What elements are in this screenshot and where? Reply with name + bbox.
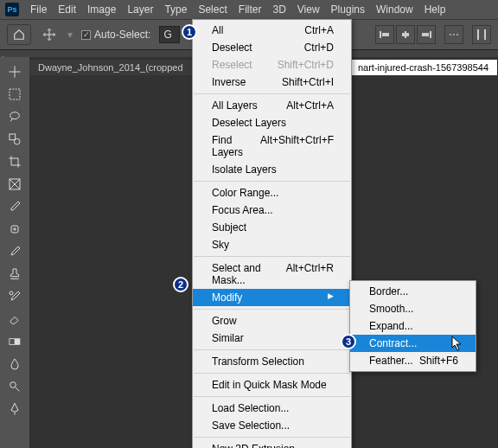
menu-item-load-selection[interactable]: Load Selection... — [193, 400, 351, 417]
app-logo: Ps — [5, 3, 19, 16]
menu-item-deselect-layers[interactable]: Deselect Layers — [193, 114, 351, 131]
distribute-button[interactable] — [472, 25, 491, 44]
annotation-badge-2: 2 — [173, 277, 188, 292]
svg-rect-7 — [484, 29, 486, 40]
stamp-tool[interactable] — [2, 263, 28, 285]
menu-item-subject[interactable]: Subject — [193, 219, 351, 236]
pen-tool[interactable] — [2, 398, 28, 420]
svg-rect-5 — [422, 33, 429, 36]
menu-item-deselect[interactable]: DeselectCtrl+D — [193, 39, 351, 56]
menu-item-expand[interactable]: Expand... — [350, 317, 476, 335]
submenu-arrow-icon: ▶ — [328, 291, 334, 304]
menu-item-feather[interactable]: Feather...Shift+F6 — [350, 352, 476, 369]
move-tool-icon[interactable] — [40, 25, 59, 44]
auto-select-target[interactable]: G — [159, 26, 180, 43]
menu-view[interactable]: View — [297, 3, 320, 16]
menu-window[interactable]: Window — [376, 3, 413, 16]
svg-rect-3 — [402, 33, 409, 36]
dodge-tool[interactable] — [2, 375, 28, 398]
auto-select-checkbox[interactable]: ✓ Auto-Select: — [81, 29, 150, 41]
menubar: Ps File Edit Image Layer Type Select Fil… — [0, 0, 498, 19]
brush-tool[interactable] — [2, 240, 28, 263]
menu-item-modify[interactable]: Modify▶ — [193, 289, 351, 306]
menu-image[interactable]: Image — [87, 3, 116, 16]
svg-rect-0 — [380, 31, 381, 38]
menu-edit[interactable]: Edit — [58, 3, 76, 16]
menu-select[interactable]: Select — [198, 3, 227, 16]
menu-item-similar[interactable]: Similar — [193, 330, 351, 347]
menu-item-select-mask[interactable]: Select and Mask...Alt+Ctrl+R — [193, 259, 351, 289]
cursor-icon — [451, 336, 463, 351]
home-button[interactable] — [7, 24, 31, 45]
align-right-button[interactable] — [417, 25, 436, 44]
annotation-badge-3: 3 — [341, 334, 356, 349]
menu-item-grow[interactable]: Grow — [193, 312, 351, 330]
gradient-tool[interactable] — [2, 330, 28, 353]
svg-point-14 — [10, 291, 13, 295]
healing-tool[interactable] — [2, 218, 28, 240]
menu-item-border[interactable]: Border... — [350, 283, 476, 300]
menu-item-inverse[interactable]: InverseShift+Ctrl+I — [193, 74, 351, 91]
eyedropper-tool[interactable] — [2, 195, 28, 218]
annotation-badge-1: 1 — [182, 24, 197, 40]
move-tool[interactable] — [2, 61, 28, 83]
crop-tool[interactable] — [2, 150, 28, 173]
modify-submenu: Border... Smooth... Expand... Contract..… — [349, 280, 476, 372]
menu-help[interactable]: Help — [425, 3, 446, 16]
menu-filter[interactable]: Filter — [239, 3, 262, 16]
menu-layer[interactable]: Layer — [127, 3, 153, 16]
menu-item-all[interactable]: AllCtrl+A — [193, 22, 351, 39]
align-left-button[interactable] — [375, 25, 394, 44]
svg-point-11 — [14, 138, 20, 144]
menu-3d[interactable]: 3D — [272, 3, 285, 16]
lasso-tool[interactable] — [2, 106, 28, 128]
menu-plugins[interactable]: Plugins — [331, 3, 365, 16]
marquee-tool[interactable] — [2, 83, 28, 106]
svg-rect-6 — [477, 29, 479, 40]
quick-select-tool[interactable] — [2, 128, 28, 150]
menu-item-isolate-layers[interactable]: Isolate Layers — [193, 161, 351, 178]
menu-item-find-layers[interactable]: Find LayersAlt+Shift+Ctrl+F — [193, 131, 351, 161]
svg-point-9 — [10, 112, 20, 119]
menu-item-smooth[interactable]: Smooth... — [350, 300, 476, 317]
menu-item-new-3d-extrusion[interactable]: New 3D Extrusion — [193, 440, 351, 448]
menu-file[interactable]: File — [30, 3, 47, 16]
menu-item-all-layers[interactable]: All LayersAlt+Ctrl+A — [193, 97, 351, 114]
menu-type[interactable]: Type — [164, 3, 187, 16]
menu-item-save-selection[interactable]: Save Selection... — [193, 417, 351, 434]
auto-select-label: Auto-Select: — [94, 29, 150, 41]
menu-item-transform-selection[interactable]: Transform Selection — [193, 353, 351, 370]
svg-rect-4 — [430, 31, 431, 38]
history-brush-tool[interactable] — [2, 285, 28, 308]
svg-rect-8 — [10, 89, 20, 99]
svg-point-17 — [10, 382, 16, 388]
menu-item-reselect: ReselectShift+Ctrl+D — [193, 56, 351, 74]
document-tab[interactable]: nart-injured-crash-1567398544 — [349, 60, 498, 75]
svg-rect-16 — [10, 339, 15, 345]
tool-palette — [0, 57, 29, 448]
menu-item-quick-mask[interactable]: Edit in Quick Mask Mode — [193, 376, 351, 394]
more-options-button[interactable]: ⋯ — [444, 25, 463, 44]
blur-tool[interactable] — [2, 353, 28, 375]
svg-rect-1 — [382, 33, 389, 36]
menu-item-focus-area[interactable]: Focus Area... — [193, 202, 351, 219]
select-menu-dropdown: AllCtrl+A DeselectCtrl+D ReselectShift+C… — [192, 19, 352, 448]
document-tab[interactable]: Dwayne_Johnson_2014_(cropped — [29, 60, 193, 75]
svg-rect-10 — [10, 134, 16, 140]
menu-item-sky[interactable]: Sky — [193, 236, 351, 253]
menu-item-color-range[interactable]: Color Range... — [193, 184, 351, 202]
eraser-tool[interactable] — [2, 308, 28, 330]
frame-tool[interactable] — [2, 173, 28, 195]
align-center-button[interactable] — [396, 25, 415, 44]
